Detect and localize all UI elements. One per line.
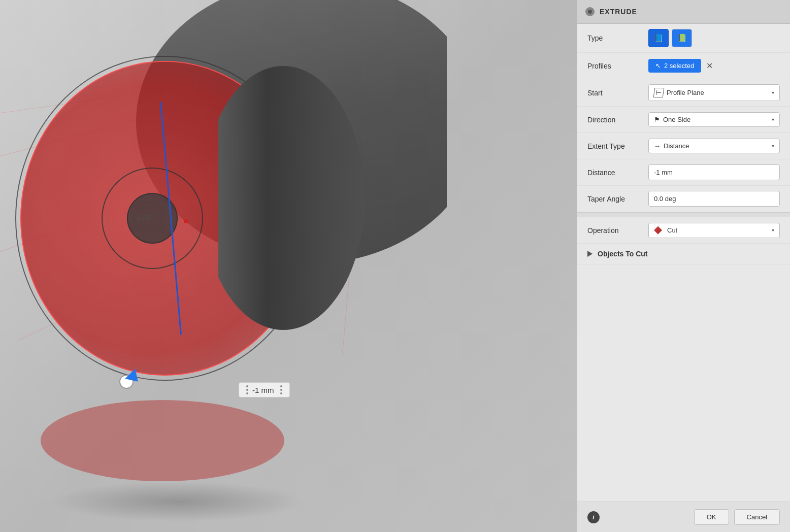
taper-controls: [648, 191, 780, 207]
plane-icon: ⊢: [653, 88, 665, 97]
profiles-label: Profiles: [587, 62, 648, 70]
footer-buttons: OK Cancel: [694, 509, 780, 525]
distance-input[interactable]: [648, 164, 780, 180]
direction-row: Direction ⚑ One Side ▾: [577, 107, 790, 133]
start-label: Start: [587, 89, 648, 97]
direction-label: Direction: [587, 116, 648, 124]
operation-dropdown-inner: Cut: [654, 226, 677, 235]
direction-icon: ⚑: [654, 116, 660, 123]
operation-row: Operation Cut ▾: [577, 217, 790, 244]
center-dot: [184, 219, 188, 223]
objects-to-cut-row[interactable]: Objects To Cut: [577, 244, 790, 264]
bottom-shadow: [41, 400, 284, 481]
operation-label: Operation: [587, 226, 648, 235]
start-dropdown-inner: ⊢ Profile Plane: [654, 88, 704, 97]
extent-type-dropdown-inner: ↔ Distance: [654, 142, 689, 150]
cancel-button[interactable]: Cancel: [734, 509, 780, 525]
taper-label: Taper Angle: [587, 195, 648, 203]
cut-icon: [654, 226, 662, 235]
dimension-value: -1 mm: [252, 386, 274, 394]
extent-type-controls: ↔ Distance ▾: [648, 139, 780, 153]
profiles-controls: ↖ 2 selected ✕: [648, 59, 780, 73]
direction-controls: ⚑ One Side ▾: [648, 112, 780, 127]
extent-type-value: Distance: [664, 142, 689, 150]
taper-input[interactable]: [648, 191, 780, 207]
extrude-handle[interactable]: [119, 364, 150, 390]
panel-footer: i OK Cancel: [577, 502, 790, 532]
profiles-clear-button[interactable]: ✕: [704, 60, 715, 72]
operation-dropdown-arrow: ▾: [772, 227, 774, 233]
disk-dimension-label: 1.00: [137, 213, 151, 221]
extent-type-label: Extent Type: [587, 142, 648, 150]
panel-header: EXTRUDE: [577, 0, 790, 24]
type-controls: 📘 📗: [648, 29, 780, 47]
distance-controls: [648, 164, 780, 180]
distance-label: Distance: [587, 169, 648, 177]
objects-label: Objects To Cut: [598, 250, 648, 258]
type-row: Type 📘 📗: [577, 24, 790, 53]
distance-row: Distance: [577, 159, 790, 186]
solid-icon: 📘: [654, 34, 664, 43]
extrude-panel: EXTRUDE Type 📘 📗 Profiles ↖ 2 selected: [577, 0, 790, 532]
start-dropdown-arrow: ▾: [772, 90, 774, 95]
direction-dropdown-inner: ⚑ One Side: [654, 116, 690, 123]
profiles-button[interactable]: ↖ 2 selected: [648, 59, 701, 73]
operation-controls: Cut ▾: [648, 223, 780, 238]
type-solid-button[interactable]: 📘: [648, 29, 669, 47]
info-symbol: i: [592, 514, 594, 521]
3d-viewport[interactable]: 1.00 -1 mm: [0, 0, 577, 532]
extent-type-dropdown[interactable]: ↔ Distance ▾: [648, 139, 780, 153]
direction-dropdown-arrow: ▾: [772, 117, 774, 122]
ground-shadow: [51, 481, 305, 522]
profiles-value: 2 selected: [664, 62, 694, 70]
info-icon[interactable]: i: [587, 511, 600, 523]
extent-icon: ↔: [654, 142, 661, 150]
start-controls: ⊢ Profile Plane ▾: [648, 84, 780, 101]
profiles-row: Profiles ↖ 2 selected ✕: [577, 53, 790, 79]
dim-handle-left: [246, 385, 248, 394]
ok-button[interactable]: OK: [694, 509, 729, 525]
direction-dropdown[interactable]: ⚑ One Side ▾: [648, 112, 780, 127]
dimension-tooltip[interactable]: -1 mm: [239, 382, 290, 397]
taper-row: Taper Angle: [577, 186, 790, 212]
extent-type-row: Extent Type ↔ Distance ▾: [577, 133, 790, 159]
start-row: Start ⊢ Profile Plane ▾: [577, 79, 790, 107]
expand-triangle-icon: [587, 251, 592, 257]
panel-title: EXTRUDE: [600, 8, 637, 16]
panel-separator: [577, 212, 790, 217]
start-dropdown[interactable]: ⊢ Profile Plane ▾: [648, 84, 780, 101]
direction-value: One Side: [663, 116, 690, 123]
extent-type-dropdown-arrow: ▾: [772, 143, 774, 149]
operation-dropdown[interactable]: Cut ▾: [648, 223, 780, 238]
panel-body: Type 📘 📗 Profiles ↖ 2 selected ✕: [577, 24, 790, 502]
surface-icon: 📗: [677, 34, 687, 43]
type-surface-button[interactable]: 📗: [672, 29, 692, 47]
operation-value: Cut: [667, 226, 677, 234]
type-label: Type: [587, 34, 648, 42]
start-value: Profile Plane: [667, 89, 704, 96]
collapse-icon[interactable]: [585, 7, 595, 16]
dim-handle-right: [280, 385, 282, 394]
cursor-icon: ↖: [655, 62, 661, 70]
